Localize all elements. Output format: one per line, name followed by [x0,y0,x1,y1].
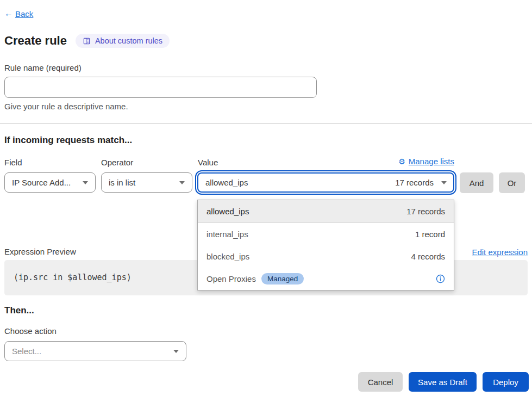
cancel-button[interactable]: Cancel [358,372,403,392]
rule-name-label: Rule name (required) [4,63,82,72]
managed-badge: Managed [261,273,304,285]
list-item-records: 4 records [411,252,445,261]
action-select[interactable]: Select... [4,341,186,361]
list-item-name: allowed_ips [206,207,249,216]
back-link[interactable]: ←Back [4,9,33,18]
about-custom-rules-label: About custom rules [95,36,162,45]
list-item-name: internal_ips [206,230,248,239]
chevron-down-icon [83,181,88,184]
rule-name-input[interactable] [4,77,317,98]
back-link-label: Back [15,9,33,18]
choose-action-label: Choose action [4,326,57,336]
page-title: Create rule [4,34,67,48]
list-item-name: blocked_ips [206,252,249,261]
field-select-value: IP Source Add... [12,178,71,187]
back-arrow-icon: ← [4,9,13,18]
operator-select[interactable]: is in list [101,172,192,193]
field-select[interactable]: IP Source Add... [4,172,96,193]
rule-name-helper-text: Give your rule a descriptive name. [4,102,128,111]
save-as-draft-button[interactable]: Save as Draft [409,372,477,392]
list-item-internal-ips[interactable]: internal_ips 1 record [198,223,454,245]
field-label: Field [4,158,22,167]
chevron-down-icon [179,181,185,184]
value-select-records: 17 records [395,178,434,187]
about-custom-rules-link[interactable]: About custom rules [76,34,170,48]
title-row: Create rule About custom rules [4,34,170,48]
create-rule-page: ←Back Create rule About custom rules Rul… [0,0,532,402]
expression-preview-label: Expression Preview [4,247,76,256]
section-divider [0,123,532,124]
value-select[interactable]: allowed_ips 17 records [197,172,454,193]
or-button[interactable]: Or [499,172,525,193]
expression-code: (ip.src in $allowed_ips) [14,273,132,282]
manage-lists-link[interactable]: ⚙ Manage lists [197,157,454,166]
chevron-down-icon [173,350,179,353]
list-item-records: 1 record [415,230,445,239]
operator-select-value: is in list [109,178,135,187]
value-select-name: allowed_ips [205,178,395,187]
info-icon[interactable] [436,274,445,283]
operator-label: Operator [101,158,133,167]
value-select-focus-ring: allowed_ips 17 records [195,170,456,195]
list-item-name: Open Proxies [206,274,256,283]
book-icon [83,37,91,45]
then-section-heading: Then... [4,305,34,316]
gear-icon: ⚙ [398,158,405,165]
list-item-allowed-ips[interactable]: allowed_ips 17 records [198,200,454,223]
list-dropdown-menu: allowed_ips 17 records internal_ips 1 re… [197,200,454,290]
chevron-down-icon [441,181,447,184]
list-item-blocked-ips[interactable]: blocked_ips 4 records [198,245,454,268]
list-item-open-proxies[interactable]: Open Proxies Managed [198,268,454,290]
edit-expression-link[interactable]: Edit expression [472,248,528,257]
deploy-button[interactable]: Deploy [483,372,529,392]
and-button[interactable]: And [460,172,493,193]
match-section-heading: If incoming requests match... [4,135,132,146]
list-item-records: 17 records [406,207,445,216]
manage-lists-label: Manage lists [409,157,454,166]
action-select-placeholder: Select... [12,347,41,356]
